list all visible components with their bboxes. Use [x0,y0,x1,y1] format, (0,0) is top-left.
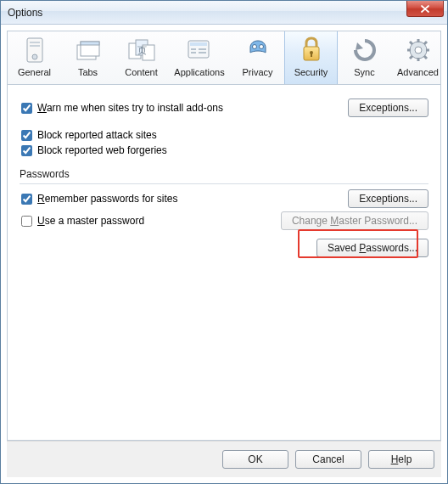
checkbox-master-password[interactable] [21,216,32,227]
svg-point-17 [252,45,256,49]
svg-point-3 [32,54,37,59]
tab-tabs[interactable]: Tabs [61,31,115,84]
tab-label: Tabs [78,67,98,77]
tab-sync[interactable]: Sync [338,31,391,84]
row-master-password: Use a master password Change Master Pass… [20,211,428,230]
checkbox-remember-passwords[interactable] [21,194,32,205]
privacy-icon [245,37,271,63]
tab-applications[interactable]: Applications [168,31,231,84]
tab-label: Applications [174,67,224,77]
security-panel: Warn me when sites try to install add-on… [8,85,440,440]
security-icon [300,37,322,64]
tab-general[interactable]: General [8,31,61,84]
sync-icon [352,37,378,63]
svg-rect-2 [30,45,40,47]
svg-line-28 [410,42,412,44]
tab-security[interactable]: Security [284,31,338,84]
general-icon [22,37,48,64]
checkbox-block-forgeries[interactable] [21,145,32,156]
exceptions-addons-button[interactable]: Exceptions... [348,98,428,117]
svg-rect-15 [199,48,206,50]
svg-rect-12 [190,42,207,46]
row-saved-passwords: Saved Passwords... [20,239,428,257]
tab-label: Security [294,67,328,77]
checkbox-block-attack[interactable] [21,130,32,141]
applications-icon [185,37,214,63]
content-area: General Tabs 页 Content Applications Priv… [1,25,447,483]
tab-advanced[interactable]: Advanced [391,31,445,84]
tab-label: Advanced [397,67,439,77]
label-warn-install: Warn me when sites try to install add-on… [37,102,223,114]
svg-rect-14 [191,52,196,53]
svg-rect-21 [311,53,312,57]
close-icon [421,5,429,13]
label-remember-passwords: Remember passwords for sites [37,193,177,205]
options-panel: General Tabs 页 Content Applications Priv… [7,31,441,441]
svg-line-30 [424,42,427,44]
cancel-button[interactable]: Cancel [295,450,361,469]
svg-line-29 [424,56,427,59]
tab-label: Sync [354,67,374,77]
row-block-attack: Block reported attack sites [20,129,428,141]
change-master-password-button: Change Master Password... [281,211,428,230]
options-window: Options General Tabs 页 Content [0,0,448,484]
dialog-footer: OK Cancel Help [7,441,441,477]
close-button[interactable] [406,1,444,17]
saved-passwords-button[interactable]: Saved Passwords... [316,239,428,257]
ok-button[interactable]: OK [222,450,288,469]
svg-rect-1 [30,42,40,43]
svg-rect-13 [191,48,196,50]
titlebar: Options [1,1,447,25]
row-remember-passwords: Remember passwords for sites Exceptions.… [20,189,428,208]
tabs-icon [75,38,102,62]
divider [20,183,428,184]
help-button[interactable]: Help [368,450,434,469]
svg-point-23 [415,47,422,53]
tab-label: Privacy [242,67,272,77]
row-block-forgeries: Block reported web forgeries [20,144,428,156]
label-block-attack: Block reported attack sites [37,129,157,141]
exceptions-passwords-button[interactable]: Exceptions... [348,189,428,208]
advanced-icon [406,37,431,63]
svg-point-18 [259,45,263,49]
label-master-password: Use a master password [37,215,144,227]
content-icon: 页 [127,38,156,62]
checkbox-warn-install[interactable] [21,103,32,114]
svg-rect-16 [199,52,206,53]
window-title: Options [8,7,42,19]
svg-line-31 [410,56,412,59]
tab-privacy[interactable]: Privacy [231,31,284,84]
svg-text:页: 页 [137,45,146,55]
category-tabs: General Tabs 页 Content Applications Priv… [8,31,440,85]
passwords-group-label: Passwords [20,168,428,180]
label-block-forgeries: Block reported web forgeries [37,144,167,156]
tab-label: Content [125,67,158,77]
row-warn-install: Warn me when sites try to install add-on… [20,98,428,117]
svg-rect-6 [81,42,99,45]
tab-label: General [18,67,51,77]
tab-content[interactable]: 页 Content [115,31,168,84]
